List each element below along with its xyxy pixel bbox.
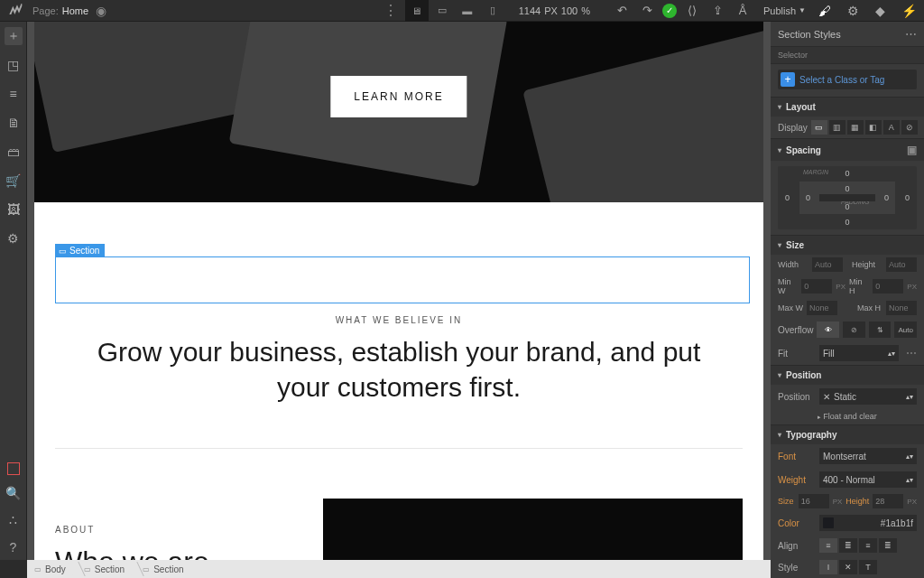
overflow-scroll-icon[interactable]: ⇅ — [869, 322, 892, 338]
cms-icon[interactable]: 🗃 — [5, 143, 23, 161]
settings-tab-icon[interactable]: ⚙ — [847, 4, 859, 18]
maxh-input[interactable] — [886, 301, 917, 315]
spacing-edit-icon[interactable]: ▣ — [907, 144, 917, 156]
style-strike-icon[interactable]: T — [859, 560, 877, 574]
crumb-section[interactable]: Section — [77, 560, 135, 578]
padding-bottom[interactable]: 0 — [845, 202, 849, 211]
overflow-visible-icon[interactable]: 👁 — [817, 322, 839, 338]
class-placeholder: Select a Class or Tag — [799, 75, 884, 85]
add-element-icon[interactable]: ＋ — [5, 27, 23, 45]
help-icon[interactable]: ? — [5, 538, 23, 556]
page-name[interactable]: Home — [62, 5, 88, 16]
size-section-header[interactable]: Size — [771, 235, 924, 255]
symbols-icon[interactable]: ◳ — [5, 56, 23, 74]
hero-section[interactable]: LEARN MORE — [34, 22, 763, 202]
overflow-hidden-icon[interactable]: ⊘ — [843, 322, 865, 338]
display-none-icon[interactable]: ⊘ — [901, 120, 918, 135]
code-icon[interactable]: ⟨⟩ — [682, 1, 702, 21]
top-bar: Page: Home ◉ ⋮ 🖥 ▭ ▬ ▯ 1144 PX 100 % ↶ ↷… — [0, 0, 924, 22]
minh-input[interactable] — [873, 279, 903, 294]
canvas[interactable]: LEARN MORE Section WHAT WE BELIEVE IN Gr… — [34, 22, 763, 560]
undo-icon[interactable]: ↶ — [612, 1, 632, 21]
about-eyebrow[interactable]: ABOUT — [55, 525, 95, 535]
about-heading[interactable]: Who we are — [55, 545, 209, 560]
believe-headline[interactable]: Grow your business, establish your brand… — [88, 334, 709, 405]
crumb-body[interactable]: Body — [27, 560, 77, 578]
selection-tag[interactable]: Section — [55, 244, 105, 257]
top-actions: ↶ ↷ ✓ ⟨⟩ ⇪ Å Publish ▼ — [612, 1, 806, 21]
class-selector[interactable]: + Select a Class or Tag — [778, 70, 917, 89]
panel-more-icon[interactable]: ⋯ — [905, 27, 917, 41]
align-left-icon[interactable]: ≡ — [819, 538, 837, 553]
audit-icon[interactable]: ∴ — [5, 511, 23, 529]
audit-icon[interactable]: Å — [733, 1, 753, 21]
margin-left[interactable]: 0 — [785, 193, 790, 202]
display-flex-icon[interactable]: ▥ — [829, 120, 845, 135]
padding-right[interactable]: 0 — [884, 193, 889, 202]
video-icon[interactable] — [7, 462, 20, 475]
align-justify-icon[interactable]: ≣ — [879, 538, 897, 553]
display-block-icon[interactable]: ▭ — [811, 120, 827, 135]
style-italic-icon[interactable]: I — [819, 560, 837, 574]
mobile-landscape-icon[interactable]: ▬ — [456, 0, 479, 22]
export-icon[interactable]: ⇪ — [707, 1, 727, 21]
position-select[interactable]: ✕Static▴▾ — [819, 388, 917, 405]
preview-icon[interactable]: ◉ — [96, 4, 106, 18]
margin-top[interactable]: 0 — [845, 169, 849, 178]
spacing-editor[interactable]: MARGIN PADDING 0 0 0 0 0 0 0 0 — [778, 166, 917, 229]
tablet-icon[interactable]: ▭ — [430, 0, 454, 22]
project-settings-icon[interactable]: ⚙ — [5, 229, 23, 247]
interactions-tab-icon[interactable]: ⚡ — [901, 4, 917, 18]
search-icon[interactable]: 🔍 — [5, 484, 23, 502]
line-height-input[interactable] — [873, 494, 903, 508]
align-right-icon[interactable]: ≡ — [859, 538, 877, 553]
left-sidebar: ＋ ◳ ≡ 🗎 🗃 🛒 🖼 ⚙ 🔍 ∴ ? — [0, 22, 27, 560]
font-select[interactable]: Montserrat▴▾ — [819, 448, 917, 464]
display-inline-block-icon[interactable]: ◧ — [865, 120, 882, 135]
assets-icon[interactable]: 🖼 — [5, 200, 23, 219]
mobile-icon[interactable]: ▯ — [481, 0, 504, 22]
maxw-input[interactable] — [807, 301, 837, 315]
align-center-icon[interactable]: ≣ — [839, 538, 857, 553]
fit-select[interactable]: Fill▴▾ — [819, 345, 899, 361]
more-icon[interactable]: ⋮ — [383, 2, 398, 19]
crumb-section[interactable]: Section — [135, 560, 194, 578]
desktop-icon[interactable]: 🖥 — [405, 0, 429, 22]
minw-input[interactable] — [801, 279, 832, 294]
status-ok-icon[interactable]: ✓ — [662, 4, 677, 18]
fit-more-icon[interactable]: ⋯ — [906, 347, 917, 359]
margin-right[interactable]: 0 — [905, 193, 910, 202]
margin-bottom[interactable]: 0 — [845, 218, 849, 227]
style-tab-icon[interactable]: 🖌 — [818, 4, 831, 18]
color-swatch — [823, 517, 834, 528]
learn-more-button[interactable]: LEARN MORE — [330, 76, 467, 117]
font-size-input[interactable] — [799, 494, 829, 508]
color-select[interactable]: #1a1b1f — [819, 515, 917, 531]
padding-top[interactable]: 0 — [845, 184, 849, 193]
about-image[interactable] — [323, 499, 743, 560]
add-class-icon[interactable]: + — [781, 72, 795, 87]
layout-section-header[interactable]: Layout — [771, 97, 924, 117]
display-inline-icon[interactable]: A — [883, 120, 900, 135]
padding-left[interactable]: 0 — [806, 193, 810, 202]
publish-button[interactable]: Publish ▼ — [763, 5, 806, 16]
style-none-icon[interactable]: ✕ — [839, 560, 857, 574]
weight-select[interactable]: 400 - Normal▴▾ — [819, 471, 917, 488]
spacing-section-header[interactable]: Spacing▣ — [771, 138, 924, 161]
position-section-header[interactable]: Position — [771, 365, 924, 385]
selected-section-outline[interactable]: Section — [55, 256, 750, 303]
width-input[interactable] — [812, 257, 843, 272]
float-clear-toggle[interactable]: Float and clear — [771, 408, 924, 424]
navigator-icon[interactable]: ≡ — [5, 85, 23, 103]
ecommerce-icon[interactable]: 🛒 — [5, 172, 23, 190]
believe-eyebrow[interactable]: WHAT WE BELIEVE IN — [34, 315, 763, 325]
height-input[interactable] — [886, 257, 917, 272]
style-manager-tab-icon[interactable]: ◆ — [875, 4, 885, 18]
typography-section-header[interactable]: Typography — [771, 424, 924, 444]
pages-icon[interactable]: 🗎 — [5, 114, 23, 132]
redo-icon[interactable]: ↷ — [637, 1, 657, 21]
style-panel: Section Styles ⋯ Selector + Select a Cla… — [771, 22, 924, 578]
overflow-auto[interactable]: Auto — [894, 322, 917, 338]
webflow-logo[interactable] — [7, 3, 23, 19]
display-grid-icon[interactable]: ▦ — [847, 120, 864, 135]
